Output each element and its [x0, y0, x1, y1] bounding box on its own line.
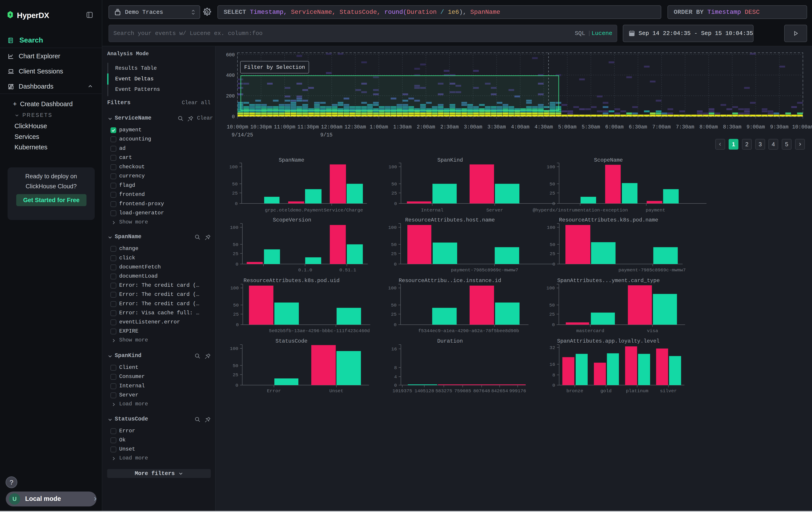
- svg-text:50: 50: [549, 303, 555, 308]
- svg-text:10:00pm: 10:00pm: [227, 124, 249, 130]
- svg-text:5e02b5fb-13ae-4296-bbbc-111f42: 5e02b5fb-13ae-4296-bbbc-111f423c460d: [269, 328, 370, 333]
- svg-text:583275: 583275: [435, 388, 452, 394]
- svg-text:0: 0: [394, 262, 397, 267]
- svg-text:payment-7985c8969c-mwmw7: payment-7985c8969c-mwmw7: [451, 268, 518, 273]
- svg-text:50: 50: [391, 182, 397, 187]
- svg-text:silver: silver: [660, 388, 677, 394]
- svg-text:759085: 759085: [454, 388, 471, 394]
- svg-text:807648: 807648: [473, 388, 490, 394]
- svg-text:16: 16: [391, 347, 397, 352]
- svg-text:100: 100: [388, 286, 397, 291]
- svg-text:50: 50: [233, 363, 238, 369]
- svg-text:400: 400: [226, 73, 235, 78]
- svg-text:ScopeName: ScopeName: [594, 158, 623, 163]
- svg-text:ResourceAttributes.k8s.pod.uid: ResourceAttributes.k8s.pod.uid: [243, 277, 340, 284]
- svg-text:10:30pm: 10:30pm: [250, 124, 272, 130]
- svg-text:6:30am: 6:30am: [629, 124, 647, 130]
- svg-text:50: 50: [233, 242, 238, 247]
- svg-text:50: 50: [232, 182, 238, 187]
- svg-text:0: 0: [235, 262, 238, 267]
- svg-text:Internal: Internal: [421, 208, 443, 213]
- svg-text:0: 0: [552, 322, 555, 327]
- svg-text:25: 25: [550, 251, 555, 257]
- svg-text:1405128: 1405128: [414, 388, 434, 394]
- svg-text:payment: payment: [646, 208, 665, 213]
- svg-text:Server: Server: [486, 208, 503, 213]
- svg-text:1:30am: 1:30am: [393, 124, 411, 130]
- svg-text:0: 0: [552, 383, 555, 388]
- svg-text:25: 25: [549, 191, 555, 196]
- svg-text:3:00am: 3:00am: [464, 124, 482, 130]
- svg-text:8: 8: [394, 365, 397, 371]
- svg-text:12:30am: 12:30am: [344, 124, 366, 130]
- svg-text:0.51.1: 0.51.1: [339, 268, 356, 273]
- svg-text:100: 100: [229, 164, 238, 170]
- svg-text:4:30am: 4:30am: [534, 124, 553, 130]
- svg-text:25: 25: [233, 251, 238, 257]
- svg-text:25: 25: [233, 312, 239, 317]
- svg-text:12:00am: 12:00am: [321, 124, 342, 130]
- svg-text:100: 100: [230, 225, 238, 230]
- svg-text:8:00am: 8:00am: [699, 124, 718, 130]
- svg-text:f5344ec9-a1ea-4290-a62a-78f5be: f5344ec9-a1ea-4290-a62a-78f5bee8d90b: [418, 328, 519, 333]
- svg-text:@hyperdx/instrumentation-excep: @hyperdx/instrumentation-exception: [533, 208, 628, 213]
- svg-text:9:30am: 9:30am: [770, 124, 789, 130]
- svg-text:6:00am: 6:00am: [605, 124, 624, 130]
- svg-text:5:30am: 5:30am: [582, 124, 600, 130]
- svg-text:100: 100: [388, 225, 397, 230]
- svg-text:Duration: Duration: [437, 338, 463, 344]
- svg-text:25: 25: [233, 372, 238, 378]
- svg-text:50: 50: [550, 242, 555, 247]
- svg-text:mastercard: mastercard: [576, 328, 604, 333]
- svg-text:10:00am: 10:00am: [792, 124, 812, 130]
- svg-text:0: 0: [552, 201, 555, 206]
- svg-text:1019375: 1019375: [393, 388, 412, 394]
- svg-text:Unset: Unset: [329, 388, 343, 394]
- svg-text:100: 100: [547, 164, 555, 170]
- svg-text:50: 50: [233, 303, 239, 308]
- svg-text:600: 600: [226, 52, 235, 58]
- svg-text:1:00am: 1:00am: [370, 124, 388, 130]
- svg-text:9/15: 9/15: [320, 132, 332, 138]
- svg-text:50: 50: [391, 303, 397, 308]
- svg-text:999176: 999176: [509, 388, 526, 394]
- svg-text:ResourceAttribu..ice.instance.: ResourceAttribu..ice.instance.id: [399, 277, 501, 284]
- svg-text:842654: 842654: [491, 388, 508, 394]
- svg-text:0: 0: [394, 201, 397, 206]
- svg-text:0: 0: [236, 322, 239, 327]
- svg-text:0: 0: [553, 262, 555, 267]
- svg-text:32: 32: [550, 345, 555, 350]
- svg-text:0: 0: [394, 383, 397, 388]
- svg-text:SpanKind: SpanKind: [437, 158, 463, 163]
- svg-text:payment-7985c8969c-mwmw7: payment-7985c8969c-mwmw7: [618, 268, 686, 273]
- svg-text:visa: visa: [647, 328, 658, 333]
- svg-text:25: 25: [549, 312, 555, 317]
- svg-text:platinum: platinum: [626, 388, 648, 394]
- svg-text:grpc.oteldemo.PaymentService/C: grpc.oteldemo.PaymentService/Charge: [265, 208, 363, 213]
- svg-text:25: 25: [391, 251, 397, 257]
- svg-text:9:00am: 9:00am: [747, 124, 765, 130]
- svg-text:0.1.0: 0.1.0: [298, 268, 312, 273]
- svg-text:SpanAttributes...yment.card_ty: SpanAttributes...yment.card_type: [557, 277, 660, 284]
- svg-text:25: 25: [391, 191, 397, 196]
- svg-text:0: 0: [235, 201, 238, 206]
- svg-text:2:00am: 2:00am: [417, 124, 435, 130]
- svg-text:9/14/25: 9/14/25: [232, 132, 253, 138]
- svg-text:100: 100: [547, 225, 555, 230]
- svg-text:bronze: bronze: [566, 388, 583, 394]
- svg-text:11:30pm: 11:30pm: [297, 124, 319, 130]
- svg-text:ResourceAttributes.host.name: ResourceAttributes.host.name: [405, 217, 495, 223]
- svg-text:5:00am: 5:00am: [558, 124, 577, 130]
- svg-text:SpanName: SpanName: [279, 158, 304, 163]
- svg-text:100: 100: [230, 286, 239, 291]
- svg-text:Error: Error: [267, 388, 281, 394]
- svg-text:100: 100: [547, 286, 555, 291]
- svg-text:25: 25: [232, 191, 238, 196]
- svg-text:SpanAttributes.app.loyalty.lev: SpanAttributes.app.loyalty.level: [557, 338, 660, 344]
- svg-text:100: 100: [230, 346, 238, 351]
- svg-text:ResourceAttributes.k8s.pod.nam: ResourceAttributes.k8s.pod.name: [559, 217, 658, 223]
- svg-text:16: 16: [550, 362, 555, 367]
- svg-text:8:30am: 8:30am: [723, 124, 742, 130]
- svg-text:7:30am: 7:30am: [676, 124, 694, 130]
- svg-text:11:00pm: 11:00pm: [274, 124, 295, 130]
